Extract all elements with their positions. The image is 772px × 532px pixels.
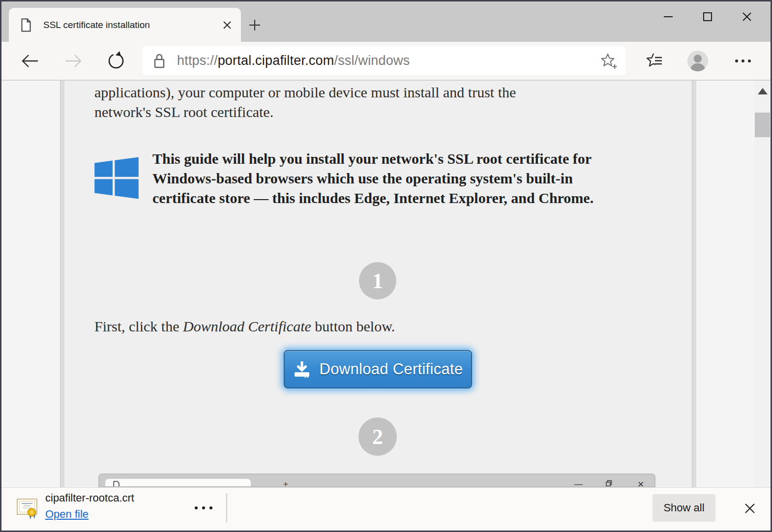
screenshot-restore-icon — [606, 479, 612, 487]
screenshot-tab — [105, 479, 251, 487]
close-window-button[interactable] — [727, 5, 767, 28]
dot-icon — [195, 506, 198, 509]
dot-icon — [202, 506, 205, 509]
avatar-icon — [687, 50, 709, 72]
plus-icon — [248, 19, 261, 31]
settings-more-button[interactable] — [732, 50, 754, 72]
paragraph-clipped-line1: applications), your computer or mobile d… — [94, 84, 516, 101]
screenshot-minimize-icon: — — [574, 479, 583, 487]
lock-icon[interactable] — [152, 53, 166, 69]
favorites-hub-button[interactable] — [644, 50, 665, 72]
step-2-badge: 2 — [358, 417, 397, 456]
download-more-options-button[interactable] — [195, 506, 212, 509]
right-column-divider — [692, 81, 696, 487]
maximize-icon — [703, 12, 713, 22]
add-favorite-star-icon[interactable] — [600, 52, 618, 70]
minimize-button[interactable] — [649, 5, 688, 28]
refresh-button[interactable] — [105, 50, 127, 72]
instruction-suffix: button below. — [311, 318, 395, 334]
windows-logo — [94, 157, 139, 199]
download-icon — [293, 360, 311, 378]
tab-close-icon[interactable] — [222, 20, 232, 30]
tab-strip: SSL certificate installation — [1, 1, 771, 42]
guide-paragraph-line1: This guide will help you install your ne… — [152, 150, 592, 167]
profile-avatar[interactable] — [687, 50, 709, 72]
instruction-emphasis: Download Certificate — [183, 318, 311, 334]
forward-button[interactable] — [62, 50, 84, 72]
dot-icon — [209, 506, 212, 509]
screenshot-document-icon — [113, 480, 119, 487]
download-filename: cipafilter-rootca.crt — [45, 492, 134, 504]
forward-arrow-icon — [63, 52, 83, 70]
step-1-badge: 1 — [359, 262, 396, 299]
navigation-bar: https://portal.cipafilter.com/ssl/window… — [1, 42, 771, 80]
url-scheme: https:// — [177, 53, 218, 68]
tab-title: SSL certificate installation — [43, 20, 222, 30]
window-controls — [649, 5, 767, 28]
guide-paragraph-line2: Windows-based browsers which use the ope… — [152, 170, 573, 187]
refresh-icon — [106, 51, 126, 71]
screenshot-close-icon: ✕ — [637, 479, 644, 487]
url-path: /ssl/windows — [334, 53, 410, 68]
url-host: portal.cipafilter.com — [218, 53, 334, 68]
page-viewport: applications), your computer or mobile d… — [1, 81, 771, 487]
url-text: https://portal.cipafilter.com/ssl/window… — [177, 53, 600, 68]
step-2-screenshot: + — ✕ — [98, 473, 655, 487]
address-bar[interactable]: https://portal.cipafilter.com/ssl/window… — [143, 46, 625, 75]
open-file-link[interactable]: Open file — [45, 508, 89, 521]
back-button[interactable] — [19, 50, 41, 72]
vertical-scrollbar[interactable] — [754, 81, 771, 487]
maximize-button[interactable] — [688, 5, 727, 28]
scrollbar-thumb[interactable] — [755, 113, 770, 137]
minimize-icon — [663, 11, 674, 22]
new-tab-button[interactable] — [245, 15, 265, 35]
favorites-hub-icon — [645, 52, 664, 70]
step-1-instruction: First, click the Download Certificate bu… — [94, 318, 395, 335]
paragraph-clipped-line2: network's SSL root certificate. — [94, 104, 273, 120]
browser-window: SSL certificate installation — [0, 0, 772, 532]
download-bar-divider — [226, 493, 227, 523]
scroll-up-arrow-icon[interactable] — [758, 88, 768, 94]
close-icon — [744, 502, 756, 514]
show-all-button[interactable]: Show all — [653, 494, 715, 522]
download-bar-close-button[interactable] — [739, 498, 761, 519]
left-column-divider — [60, 81, 64, 487]
guide-paragraph-line3: certificate store — this includes Edge, … — [152, 190, 594, 207]
download-button-label: Download Certificate — [319, 360, 463, 378]
close-icon — [742, 11, 752, 22]
download-certificate-button[interactable]: Download Certificate — [284, 350, 472, 388]
ellipsis-icon — [734, 59, 752, 63]
back-arrow-icon — [20, 52, 40, 70]
certificate-file-icon — [16, 496, 38, 520]
screenshot-plus-icon: + — [283, 479, 288, 487]
tab-ssl-certificate-installation[interactable]: SSL certificate installation — [9, 8, 241, 42]
download-bar: cipafilter-rootca.crt Open file Show all — [1, 487, 771, 531]
page-document-icon — [21, 18, 31, 32]
instruction-prefix: First, click the — [94, 318, 183, 334]
